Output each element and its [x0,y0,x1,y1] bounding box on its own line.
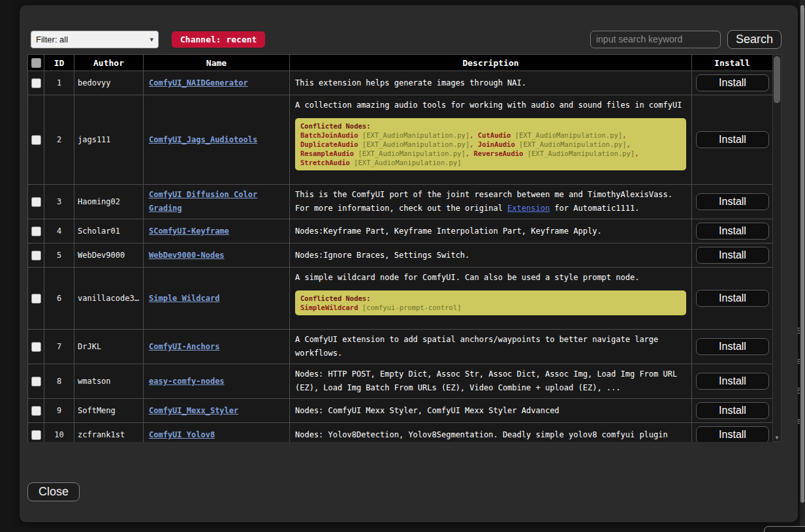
description-link[interactable]: Extension [507,204,550,213]
row-description: Nodes: HTTP POST, Empty Dict, Assoc Str,… [295,368,686,395]
row-author: vanillacode314 [74,268,144,330]
row-author: Scholar01 [74,219,144,243]
row-name-link[interactable]: Simple Wildcard [149,294,219,303]
page-scrollbar-thumb[interactable] [800,5,804,503]
row-description: Nodes: Yolov8Detection, Yolov8Segmentati… [295,428,686,442]
header-author: Author [74,55,144,71]
header-name: Name [144,55,290,71]
row-name-link[interactable]: ComfyUI Diffusion Color Grading [149,190,257,213]
table-row: 2 jags111 ComfyUI_Jags_Audiotools A coll… [28,95,773,185]
conflicted-nodes-list: SimpleWildcard [comfyui-prompt-control] [300,303,681,312]
row-checkbox[interactable] [31,294,41,304]
conflicted-nodes-box: Conflicted Nodes:BatchJoinAudio [EXT_Aud… [295,118,686,170]
table-row: 7 DrJKL ComfyUI-Anchors A ComfyUI extens… [28,330,773,364]
row-name-link[interactable]: ComfyUI_Jags_Audiotools [149,135,257,144]
page-scrollbar[interactable] [800,0,805,532]
background-button-fragment [764,526,805,532]
table-row: 8 wmatson easy-comfy-nodes Nodes: HTTP P… [28,364,773,399]
row-author: SoftMeng [74,399,144,423]
table-row: 6 vanillacode314 Simple Wildcard A simpl… [28,268,773,330]
install-custom-nodes-dialog: Filter: all ▾ Channel: recent Search ID … [20,5,798,522]
row-name-link[interactable]: SComfyUI-Keyframe [149,227,229,236]
row-checkbox[interactable] [31,251,41,260]
row-checkbox[interactable] [31,227,41,236]
channel-badge: Channel: recent [172,31,265,48]
table-row: 3 Haoming02 ComfyUI Diffusion Color Grad… [28,185,773,219]
table-row: 10 zcfrank1st ComfyUI Yolov8 Nodes: Yolo… [28,423,773,443]
conflicted-nodes-list: BatchJoinAudio [EXT_AudioManipulation.py… [300,131,681,167]
row-name-link[interactable]: ComfyUI-Anchors [149,342,219,351]
install-button[interactable]: Install [696,247,769,264]
row-name-link[interactable]: ComfyUI_Mexx_Styler [149,406,238,415]
row-description: Nodes: ComfyUI Mexx Styler, ComfyUI Mexx… [295,404,686,418]
row-id: 10 [44,423,74,443]
install-button[interactable]: Install [696,290,769,307]
row-id: 9 [44,399,74,423]
conflicted-nodes-box: Conflicted Nodes:SimpleWildcard [comfyui… [295,290,686,315]
conflicted-nodes-title: Conflicted Nodes: [300,121,681,131]
header-description: Description [290,55,692,71]
row-author: bedovyy [74,71,144,95]
table-scrollbar[interactable]: ▼ [772,54,781,442]
row-description: A ComfyUI extension to add spatial ancho… [295,333,686,360]
scroll-down-arrow-icon[interactable]: ▼ [774,435,780,441]
filter-select[interactable]: Filter: all ▾ [31,31,159,48]
conflicted-nodes-title: Conflicted Nodes: [300,294,681,303]
header-install: Install [692,55,773,71]
install-button[interactable]: Install [696,223,769,240]
install-button[interactable]: Install [696,402,769,419]
table-body: 1 bedovyy ComfyUI_NAIDGenerator This ext… [28,71,773,443]
select-all-checkbox[interactable] [31,58,41,68]
row-description: This is the ComfyUI port of the joint re… [295,188,686,215]
row-checkbox[interactable] [31,197,41,207]
close-button[interactable]: Close [27,482,80,501]
row-description: A simple wildcard node for ComfyUI. Can … [295,271,686,285]
row-checkbox[interactable] [31,78,41,88]
row-checkbox[interactable] [31,377,41,386]
table-row: 5 WebDev9000 WebDev9000-Nodes Nodes:Igno… [28,243,773,268]
table-row: 9 SoftMeng ComfyUI_Mexx_Styler Nodes: Co… [28,399,773,423]
row-description: This extension helps generate images thr… [295,76,686,90]
row-description: Nodes:Ignore Braces, Settings Switch. [295,249,686,262]
row-description: A collection amazing audio tools for wor… [295,99,686,112]
install-button[interactable]: Install [696,426,769,442]
row-description: Nodes:Keyframe Part, Keyframe Interpolat… [295,225,686,238]
nodes-table-viewport: ID Author Name Description Install 1 bed… [27,54,772,442]
chevron-down-icon: ▾ [150,35,153,44]
header-id: ID [44,55,74,71]
row-id: 6 [44,268,74,330]
toolbar: Filter: all ▾ Channel: recent Search [31,30,781,48]
install-button[interactable]: Install [696,131,769,148]
row-author: WebDev9000 [74,243,144,268]
search-input[interactable] [590,31,721,48]
row-author: Haoming02 [74,185,144,219]
table-header-row: ID Author Name Description Install [28,55,773,71]
table-scrollbar-thumb[interactable] [774,56,780,103]
row-id: 8 [44,364,74,399]
nodes-table-area: ID Author Name Description Install 1 bed… [27,54,781,442]
row-id: 2 [44,95,74,185]
table-row: 1 bedovyy ComfyUI_NAIDGenerator This ext… [28,71,773,95]
row-id: 4 [44,219,74,243]
row-author: zcfrank1st [74,423,144,443]
row-id: 5 [44,243,74,268]
row-id: 1 [44,71,74,95]
install-button[interactable]: Install [696,193,769,210]
row-author: wmatson [74,364,144,399]
row-name-link[interactable]: ComfyUI Yolov8 [149,430,215,439]
row-name-link[interactable]: ComfyUI_NAIDGenerator [149,78,248,87]
filter-select-value: Filter: all [36,35,68,44]
row-checkbox[interactable] [31,430,41,440]
row-name-link[interactable]: easy-comfy-nodes [149,377,225,386]
install-button[interactable]: Install [696,74,769,91]
table-row: 4 Scholar01 SComfyUI-Keyframe Nodes:Keyf… [28,219,773,243]
row-checkbox[interactable] [31,342,41,352]
row-checkbox[interactable] [31,406,41,416]
nodes-table: ID Author Name Description Install 1 bed… [27,54,772,442]
search-button[interactable]: Search [727,30,781,49]
row-name-link[interactable]: WebDev9000-Nodes [149,251,225,260]
install-button[interactable]: Install [696,338,769,355]
row-checkbox[interactable] [31,135,41,145]
install-button[interactable]: Install [696,373,769,390]
row-id: 7 [44,330,74,364]
